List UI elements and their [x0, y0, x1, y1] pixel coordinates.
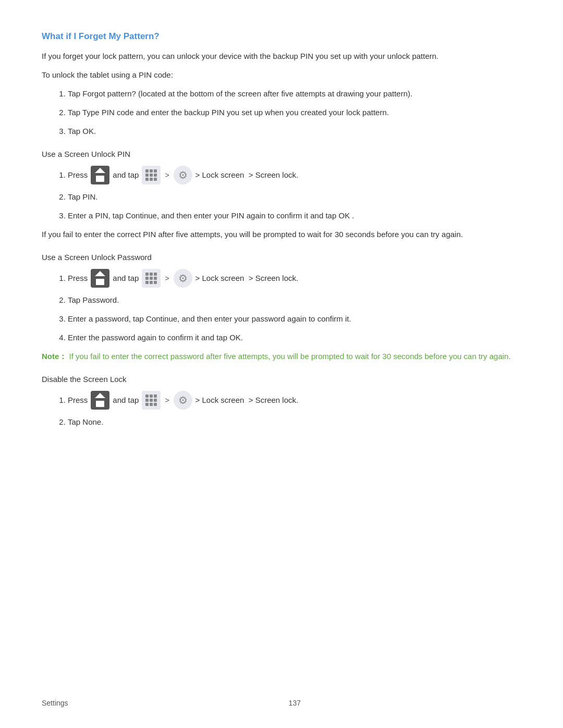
grid-dot [145, 169, 149, 172]
pin-steps-list: Press and tap > ⚙ > Lock screen > Scr [68, 166, 521, 222]
and-tap-label-1: and tap [113, 169, 139, 181]
grid-dot [145, 399, 149, 402]
and-tap-label-2: and tap [113, 272, 139, 285]
page-title: What if I Forget My Pattern? [42, 31, 521, 42]
home-icon-3 [91, 391, 109, 410]
grid-icon-2 [142, 269, 161, 288]
note-text: If you fail to enter the correct passwor… [69, 352, 511, 361]
footer: Settings 137 [42, 699, 521, 707]
grid-dot [154, 281, 157, 284]
unlock-pin-list: Tap Forgot pattern? (located at the bott… [68, 88, 521, 138]
grid-dot [150, 178, 153, 181]
grid-dot [150, 277, 153, 280]
list-item: Tap Forgot pattern? (located at the bott… [68, 88, 521, 100]
disable-step-1: Press and tap > ⚙ > Lock screen > Scr [68, 391, 521, 410]
press-label-1: Press [68, 169, 88, 181]
use-screen-unlock-pin-label: Use a Screen Unlock PIN [42, 148, 521, 161]
password-step-4: Enter the password again to confirm it a… [68, 331, 521, 344]
grid-dot [145, 277, 149, 280]
pin-step-3: Enter a PIN, tap Continue, and then ente… [68, 209, 521, 222]
grid-dots-3 [145, 394, 157, 406]
settings-icon-3: ⚙ [174, 391, 192, 410]
grid-dot [145, 174, 149, 177]
footer-left: Settings [42, 699, 68, 707]
arrow-3: > [165, 394, 169, 406]
grid-dot [154, 169, 157, 172]
grid-dot [150, 399, 153, 402]
grid-dot [145, 281, 149, 284]
arrow-2: > [165, 273, 169, 284]
password-step-1: Press and tap > ⚙ > Lock screen > Scr [68, 269, 521, 288]
grid-dot [150, 273, 153, 276]
grid-dot [154, 178, 157, 181]
list-item: Tap OK. [68, 125, 521, 138]
grid-dot [145, 273, 149, 276]
pin-step-1-end: > Lock screen > Screen lock. [195, 169, 299, 181]
press-label-2: Press [68, 272, 88, 285]
password-step-3: Enter a password, tap Continue, and then… [68, 313, 521, 325]
grid-dot [154, 403, 157, 406]
fail-notice: If you fail to enter the correct PIN aft… [42, 228, 521, 241]
grid-dot [150, 169, 153, 172]
grid-dot [154, 399, 157, 402]
disable-steps-list: Press and tap > ⚙ > Lock screen > Scr [68, 391, 521, 428]
press-label-3: Press [68, 394, 88, 406]
settings-icon-2: ⚙ [174, 269, 192, 288]
password-step-1-end: > Lock screen > Screen lock. [195, 272, 299, 285]
grid-dot [145, 178, 149, 181]
grid-dot [154, 277, 157, 280]
list-item: Tap Type PIN code and enter the backup P… [68, 106, 521, 119]
grid-dot [150, 281, 153, 284]
footer-page: 137 [289, 699, 301, 707]
pin-step-2: Tap PIN. [68, 191, 521, 203]
grid-dot [150, 174, 153, 177]
settings-icon-1: ⚙ [174, 166, 192, 184]
arrow-1: > [165, 169, 169, 181]
home-icon-2 [91, 269, 109, 288]
note-paragraph: Note： If you fail to enter the correct p… [42, 350, 521, 363]
intro-paragraph-1: If you forget your lock pattern, you can… [42, 50, 521, 63]
use-screen-unlock-password-label: Use a Screen Unlock Password [42, 251, 521, 264]
grid-dot [145, 403, 149, 406]
disable-screen-lock-label: Disable the Screen Lock [42, 373, 521, 386]
pin-step-1: Press and tap > ⚙ > Lock screen > Scr [68, 166, 521, 184]
disable-step-1-end: > Lock screen > Screen lock. [195, 394, 299, 406]
disable-step-2: Tap None. [68, 416, 521, 428]
password-steps-list: Press and tap > ⚙ > Lock screen > Scr [68, 269, 521, 344]
grid-dot [150, 403, 153, 406]
grid-icon-1 [142, 166, 161, 184]
password-step-2: Tap Password. [68, 294, 521, 306]
grid-dots-1 [145, 169, 157, 181]
grid-dot [154, 394, 157, 398]
intro-paragraph-2: To unlock the tablet using a PIN code: [42, 69, 521, 81]
grid-dot [150, 394, 153, 398]
grid-dot [154, 174, 157, 177]
grid-dot [145, 394, 149, 398]
note-label: Note： [42, 352, 67, 361]
grid-dot [154, 273, 157, 276]
grid-icon-3 [142, 391, 161, 410]
home-icon-1 [91, 166, 109, 184]
grid-dots-2 [145, 273, 157, 284]
and-tap-label-3: and tap [113, 394, 139, 406]
